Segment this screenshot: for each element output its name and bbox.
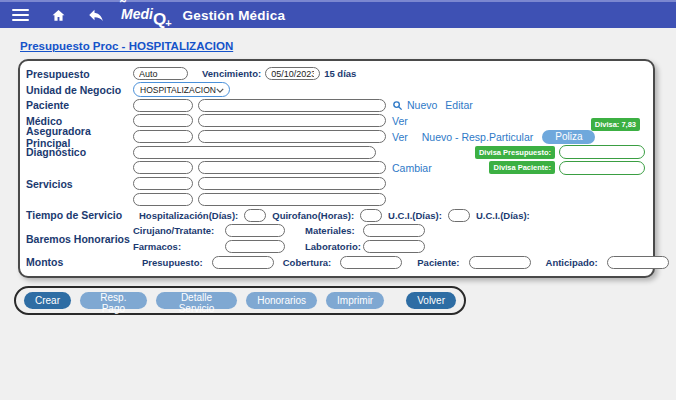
divisa-paciente-input[interactable] [559, 161, 645, 175]
business-unit-select[interactable]: HOSPITALIZACION [133, 82, 230, 97]
paciente-nuevo-link[interactable]: Nuevo [407, 99, 437, 111]
vencimiento-label: Vencimiento: [202, 68, 261, 79]
app-title: Gestión Médica [183, 8, 286, 23]
detalle-servicio-button[interactable]: Detalle Servicio [156, 292, 237, 309]
anticipado-input[interactable] [607, 256, 669, 269]
home-icon[interactable] [51, 8, 66, 23]
divisa-rate-badge: Divisa: 7,83 [591, 118, 640, 131]
chevron-down-icon [216, 85, 224, 95]
vencimiento-days: 15 días [324, 68, 356, 79]
logo-plus-text: + [165, 18, 171, 29]
presupuesto-input[interactable] [133, 67, 188, 80]
anticipado-label: Anticipado: [546, 257, 598, 268]
laboratorio-input[interactable] [363, 240, 425, 253]
diagnostico-desc-input[interactable] [198, 161, 386, 174]
divisa-paciente-badge: Divisa Paciente: [489, 161, 555, 174]
cobertura-label: Cobertura: [283, 257, 332, 268]
breadcrumb-link[interactable]: Presupuesto Proc - HOSPITALIZACION [20, 40, 233, 52]
honorarios-button[interactable]: Honorarios [246, 292, 317, 309]
baremos-label: Baremos Honorarios [26, 233, 133, 245]
divisa-presupuesto-input[interactable] [559, 145, 645, 159]
farmacos-input[interactable] [225, 240, 285, 253]
montos-presupuesto-input[interactable] [212, 256, 274, 269]
quirofano-horas-label: Quirofano(Horas): [272, 210, 354, 221]
divisa-presupuesto-badge: Divisa Presupuesto: [475, 146, 555, 159]
servicio-desc-input-2[interactable] [198, 193, 386, 206]
action-button-bar: Crear Resp. Pago Detalle Servicio Honora… [14, 286, 466, 315]
paciente-editar-link[interactable]: Editar [445, 99, 472, 111]
menu-icon[interactable] [12, 9, 29, 21]
servicio-desc-input-1[interactable] [198, 177, 386, 190]
uci-dias-label: U.C.I.(Días): [388, 210, 442, 221]
hospitalizacion-dias-label: Hospitalización(Días): [139, 210, 238, 221]
vencimiento-date-input[interactable] [265, 67, 320, 80]
materiales-input[interactable] [363, 224, 425, 237]
servicio-code-input-1[interactable] [133, 177, 193, 190]
aseguradora-row: Aseguradora Principal Ver Nuevo - Resp.P… [26, 129, 645, 145]
aseguradora-label: Aseguradora Principal [26, 125, 133, 149]
montos-paciente-label: Paciente: [417, 257, 459, 268]
logo-q-text: Q [153, 11, 166, 28]
tiempo-servicio-row: Tiempo de Servicio Hospitalización(Días)… [26, 207, 645, 223]
aseguradora-name-input[interactable] [198, 130, 386, 143]
resp-pago-button[interactable]: Resp. Pago [80, 292, 147, 309]
cobertura-input[interactable] [340, 256, 402, 269]
breadcrumb: Presupuesto Proc - HOSPITALIZACION [20, 36, 676, 54]
presupuesto-row: Presupuesto Vencimiento: 15 días [26, 66, 645, 82]
budget-form-panel: Divisa: 7,83 Presupuesto Vencimiento: 15… [18, 59, 655, 278]
paciente-label: Paciente [26, 99, 133, 111]
nuevo-resp-particular-link[interactable]: Nuevo - Resp.Particular [422, 131, 533, 143]
montos-paciente-input[interactable] [469, 256, 531, 269]
diagnostico-input[interactable] [133, 146, 376, 159]
paciente-name-input[interactable] [198, 99, 386, 112]
cirujano-tratante-input[interactable] [225, 224, 285, 237]
servicios-label: Servicios [26, 176, 133, 190]
volver-button[interactable]: Volver [406, 292, 456, 309]
medico-ver-link[interactable]: Ver [392, 115, 408, 127]
aseguradora-code-input[interactable] [133, 130, 193, 143]
crear-button[interactable]: Crear [24, 292, 71, 309]
app-header: MediQ+ Gestión Médica [0, 0, 676, 28]
diagnostico-code-input[interactable] [133, 161, 193, 174]
cirujano-tratante-label: Cirujano/Tratante: [133, 225, 225, 236]
aseguradora-ver-link[interactable]: Ver [392, 131, 408, 143]
medico-code-input[interactable] [133, 114, 193, 127]
business-unit-value: HOSPITALIZACION [140, 85, 216, 95]
diagnostico-row: Diagnóstico Divisa Presupuesto: [26, 144, 645, 160]
farmacos-label: Farmacos: [133, 241, 225, 252]
presupuesto-label: Presupuesto [26, 68, 133, 80]
paciente-row: Paciente Nuevo Editar [26, 97, 645, 113]
montos-presupuesto-label: Presupuesto: [142, 257, 203, 268]
back-icon[interactable] [87, 6, 105, 24]
diagnostico-secondary-row: Cambiar Divisa Paciente: [26, 160, 645, 176]
hospitalizacion-dias-input[interactable] [244, 209, 266, 222]
montos-label: Montos [26, 256, 133, 268]
materiales-label: Materiales: [305, 225, 363, 236]
tiempo-servicio-label: Tiempo de Servicio [26, 209, 133, 221]
uci-dias-input[interactable] [448, 209, 470, 222]
imprimir-button[interactable]: Imprimir [326, 292, 384, 309]
medico-name-input[interactable] [198, 114, 386, 127]
baremos-group: Baremos Honorarios Cirujano/Tratante: Ma… [26, 223, 645, 254]
mediq-logo: MediQ+ [121, 7, 173, 24]
servicio-code-input-2[interactable] [133, 193, 193, 206]
unidad-negocio-label: Unidad de Negocio [26, 84, 133, 96]
uci-dias-label-2: U.C.I.(Días): [476, 210, 530, 221]
paciente-code-input[interactable] [133, 99, 193, 112]
poliza-button[interactable]: Poliza [542, 130, 595, 144]
search-icon[interactable] [392, 100, 403, 111]
diagnostico-label: Diagnóstico [26, 146, 133, 158]
cambiar-link[interactable]: Cambiar [392, 162, 432, 174]
servicios-group: Servicios [26, 176, 645, 207]
laboratorio-label: Laboratorio: [305, 241, 363, 252]
logo-medi-text: Medi [121, 7, 153, 21]
quirofano-horas-input[interactable] [360, 209, 382, 222]
unidad-negocio-row: Unidad de Negocio HOSPITALIZACION [26, 82, 645, 98]
montos-row: Montos Presupuesto: Cobertura: Paciente:… [26, 254, 645, 270]
